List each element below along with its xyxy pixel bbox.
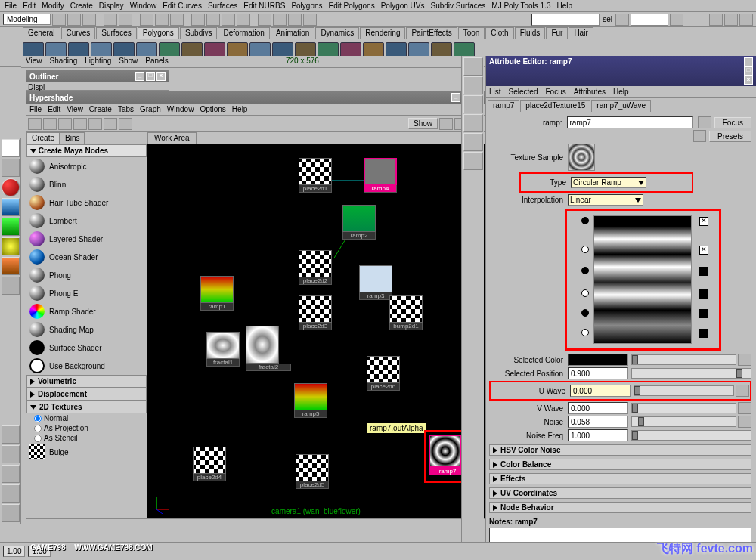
shelf-tab-fur[interactable]: Fur [546,27,568,39]
node-ramp2[interactable]: ramp2 [342,205,376,240]
menu-edit[interactable]: Edit [23,2,36,10]
section-nodebehavior[interactable]: Node Behavior [489,502,751,513]
viewport-menu[interactable]: View Shading Lighting Show Panels 720 x … [21,56,484,68]
outliner-window[interactable]: Outliner _□x Displ [26,70,169,91]
shelf-tab-cloth[interactable]: Cloth [485,27,513,39]
last-tool-icon[interactable] [2,257,20,275]
attr-tabs[interactable]: ramp7 place2dTexture15 ramp7_uWave [486,98,756,112]
radio-stencil[interactable]: As Stencil [26,433,147,443]
hypershade-window[interactable]: Hypershade _□x File Edit View Create Tab… [26,91,485,519]
shelf-tab-general[interactable]: General [23,27,60,39]
node-place2d[interactable]: place2d2 [299,250,332,285]
dec-icon[interactable] [615,14,629,26]
radio-normal[interactable]: Normal [26,413,147,423]
hs-window[interactable]: Window [167,105,194,113]
uwave-slider[interactable] [634,385,734,396]
noise-slider[interactable] [631,416,736,427]
menu-create[interactable]: Create [70,2,93,10]
ae-min-icon[interactable]: _ [744,57,753,67]
menu-subdiv[interactable]: Subdiv Surfaces [430,2,485,10]
2dtextures-header[interactable]: 2D Textures [26,401,147,413]
snap-point-icon[interactable] [222,14,235,26]
numeric-input[interactable] [631,14,668,26]
ramp-color-icon[interactable] [699,289,708,299]
range-start[interactable]: 1.00 [3,546,25,557]
ae-close-icon[interactable]: x [744,76,753,85]
uwave-input[interactable] [570,385,631,397]
menu-polygonuvs[interactable]: Polygon UVs [381,2,425,10]
menu-file[interactable]: File [5,2,17,10]
node-place2d[interactable]: place2d4 [193,447,226,481]
rtool-icon[interactable] [463,76,483,94]
ae-toggle-icon[interactable] [709,14,723,26]
menu-modify[interactable]: Modify [42,2,64,10]
list-item[interactable]: Shading Map [26,320,147,339]
hist-icon[interactable] [258,14,271,26]
shelf-tab-surfaces[interactable]: Surfaces [96,27,136,39]
map-icon[interactable] [736,385,749,397]
ramp-delete-icon[interactable] [699,217,708,226]
rtool-icon[interactable] [463,133,483,151]
hypershade-layout-icon[interactable] [2,504,20,522]
ramp-handle[interactable] [581,329,589,336]
ramp-handle[interactable] [581,289,589,297]
move-tool-icon[interactable] [2,178,20,196]
list-item[interactable]: Bulge [26,443,147,461]
menu-mjpolytools[interactable]: MJ Poly Tools 1.3 [491,2,550,10]
hs-tb2-icon[interactable] [43,118,57,130]
select-comp-icon[interactable] [170,14,184,26]
hs-show-button[interactable]: Show [408,118,438,129]
node-fractal[interactable]: fractal1 [206,332,240,367]
goto-icon[interactable] [698,116,711,128]
cb-toggle-icon[interactable] [724,14,738,26]
persp-outliner-icon[interactable] [2,465,20,483]
vwave-input[interactable] [568,402,628,414]
interp-dropdown[interactable]: Linear [568,194,643,206]
scale-tool-icon[interactable] [2,218,20,236]
menu-help[interactable]: Help [557,2,573,10]
ramp-color-icon[interactable] [699,309,708,318]
persp-graph-icon[interactable] [2,484,20,503]
section-hsv[interactable]: HSV Color Noise [489,444,751,456]
node-ramp3[interactable]: ramp3 [359,265,392,300]
menu-surfaces[interactable]: Surfaces [208,2,237,10]
shelf-tab-painteffects[interactable]: PaintEffects [406,27,457,39]
hs-options[interactable]: Options [200,105,225,113]
type-dropdown[interactable]: Circular Ramp [571,177,646,188]
open-scene-icon[interactable] [67,14,81,26]
layer-toggle-icon[interactable] [739,14,753,26]
map-icon[interactable] [738,354,751,366]
shelf-tabs[interactable]: General Curves Surfaces Polygons Subdivs… [0,27,756,39]
list-item[interactable]: Phong E [26,284,147,302]
hypershade-titlebar[interactable]: Hypershade _□x [26,91,485,104]
ae-max-icon[interactable]: □ [744,67,753,76]
attr-tab-place2d[interactable]: place2dTexture15 [520,100,590,112]
hs-tb8-icon[interactable] [439,118,453,130]
map-icon[interactable] [738,416,751,428]
surface-shader-list[interactable]: Anisotropic Blinn Hair Tube Shader Lambe… [26,157,147,518]
attr-tab-ramp7[interactable]: ramp7 [488,100,519,112]
ae-selected[interactable]: Selected [509,88,538,96]
hs-tb3-icon[interactable] [58,118,72,130]
section-effects[interactable]: Effects [489,473,751,484]
ramp-name-input[interactable] [567,116,694,128]
hs-tb5-icon[interactable] [88,118,102,130]
list-item[interactable]: Blinn [26,175,147,193]
shelf-tab-deformation[interactable]: Deformation [218,27,269,39]
ae-focus[interactable]: Focus [545,88,565,96]
redo-icon[interactable] [119,14,132,26]
presets-button[interactable]: Presets [709,131,751,142]
max-icon[interactable]: □ [146,72,155,81]
hs-create[interactable]: Create [89,105,112,113]
ramp-handle[interactable] [581,267,589,274]
node-fractal2[interactable]: fractal2 [246,326,291,371]
hs-file[interactable]: File [29,105,42,113]
soft-tool-icon[interactable] [2,277,20,295]
hs-min-icon[interactable]: _ [451,93,460,102]
outliner-titlebar[interactable]: Outliner _□x [26,70,169,82]
menu-editcurves[interactable]: Edit Curves [163,2,202,10]
range-slider-bar[interactable]: 1.00 1.00 GAME798 WWW.GAME798.COM [0,542,756,560]
displacement-header[interactable]: Displacement [26,388,147,401]
expand-icon[interactable] [30,149,36,153]
shelf-tab-fluids[interactable]: Fluids [515,27,546,39]
